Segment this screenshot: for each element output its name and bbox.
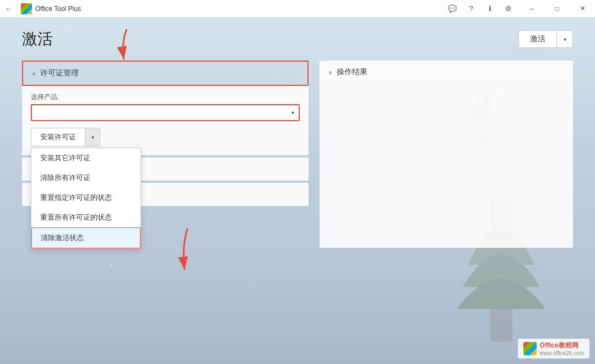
- activate-split-button[interactable]: 激活 ▾: [518, 30, 573, 48]
- product-select-wrap[interactable]: ▾: [31, 104, 300, 121]
- maximize-button[interactable]: □: [544, 0, 570, 18]
- dropdown-item-other-license[interactable]: 安装其它许可证: [31, 148, 140, 168]
- watermark: Office教程网 www.office26.com: [518, 339, 589, 358]
- select-product-label: 选择产品:: [31, 93, 300, 102]
- app-icon: [21, 3, 32, 14]
- select-dropdown-icon: ▾: [287, 106, 299, 119]
- product-select[interactable]: [32, 105, 287, 120]
- info-icon[interactable]: ℹ: [482, 2, 498, 15]
- watermark-office-icon: [523, 342, 537, 355]
- install-dropdown-menu: 安装其它许可证 清除所有许可证 重置指定许可证的状态 重置所有许可证的状态 清除…: [31, 148, 141, 249]
- license-section-header[interactable]: ∧ 许可证管理: [22, 61, 309, 86]
- window-controls: ─ □ ✕: [519, 0, 595, 18]
- license-section-body: 选择产品: ▾ 安装许可证 ▾ 安装其它许可证: [22, 86, 309, 155]
- settings-icon[interactable]: ⚙: [500, 2, 517, 15]
- install-license-button[interactable]: 安装许可证: [31, 128, 85, 146]
- titlebar: ← Office Tool Plus 💬 ? ℹ ⚙ ─ □ ✕: [0, 0, 595, 18]
- page-header: 激活 激活 ▾: [22, 29, 573, 50]
- dropdown-item-reset-all[interactable]: 重置所有许可证的状态: [31, 208, 140, 227]
- dropdown-item-clear-activation[interactable]: 清除激活状态: [31, 227, 140, 248]
- watermark-brand: Office教程网: [540, 341, 584, 350]
- left-panel: ∧ 许可证管理 选择产品: ▾ 安装许可证 ▾: [22, 61, 309, 353]
- result-panel: ∧ 操作结果: [320, 61, 573, 248]
- page-title: 激活: [22, 29, 53, 50]
- back-button[interactable]: ←: [0, 0, 18, 18]
- license-chevron-icon: ∧: [32, 70, 36, 77]
- install-license-dropdown-arrow[interactable]: ▾: [85, 128, 100, 146]
- main-content: 激活 激活 ▾ ∧ 许可证管理 选择产品:: [0, 18, 595, 364]
- activate-dropdown-arrow[interactable]: ▾: [557, 31, 572, 47]
- app-title: Office Tool Plus: [35, 5, 444, 13]
- titlebar-actions: 💬 ? ℹ ⚙: [444, 2, 517, 15]
- result-chevron-icon: ∧: [328, 69, 332, 75]
- help-icon[interactable]: ?: [463, 2, 479, 15]
- close-button[interactable]: ✕: [570, 0, 595, 18]
- content-area: ∧ 许可证管理 选择产品: ▾ 安装许可证 ▾: [22, 61, 573, 353]
- result-section-header: ∧ 操作结果: [320, 61, 573, 84]
- minimize-button[interactable]: ─: [519, 0, 544, 18]
- dropdown-item-reset-specified[interactable]: 重置指定许可证的状态: [31, 188, 140, 208]
- dropdown-item-clear-all-license[interactable]: 清除所有许可证: [31, 168, 140, 188]
- install-btn-group[interactable]: 安装许可证 ▾ 安装其它许可证 清除所有许可证 重置指定许可证的状态 重置所有许…: [31, 128, 300, 146]
- license-section-title: 许可证管理: [40, 68, 79, 78]
- result-section-title: 操作结果: [337, 67, 367, 77]
- chat-icon[interactable]: 💬: [444, 2, 461, 15]
- right-panel: ∧ 操作结果: [320, 61, 573, 353]
- watermark-info: Office教程网 www.office26.com: [540, 341, 584, 356]
- license-section: ∧ 许可证管理 选择产品: ▾ 安装许可证 ▾: [22, 61, 309, 155]
- watermark-url: www.office26.com: [540, 350, 584, 356]
- activate-main-button[interactable]: 激活: [519, 31, 557, 47]
